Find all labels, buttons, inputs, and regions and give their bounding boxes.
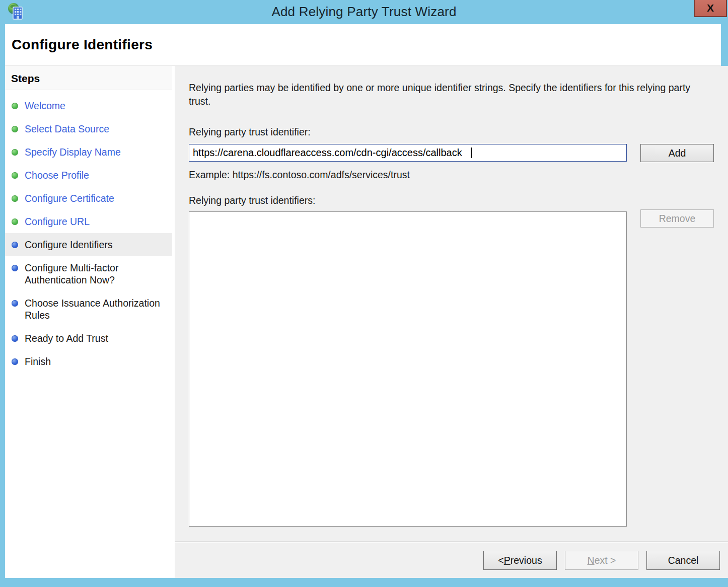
wizard-dialog: Configure Identifiers Steps Welcome Sele… (5, 24, 721, 578)
next-button-rest: ext > (595, 555, 616, 566)
step-item-choose-profile[interactable]: Choose Profile (5, 164, 172, 187)
step-label: Finish (25, 355, 51, 368)
step-label: Select Data Source (25, 123, 109, 135)
step-label: Choose Issuance Authorization Rules (25, 297, 168, 321)
close-button[interactable]: X (694, 0, 727, 17)
add-button[interactable]: Add (640, 144, 714, 162)
step-label: Ready to Add Trust (25, 332, 108, 344)
text-cursor (471, 148, 472, 158)
steps-sidebar: Steps Welcome Select Data Source Specify… (5, 66, 172, 578)
remove-button[interactable]: Remove (640, 209, 714, 228)
step-completed-dot-icon (12, 103, 18, 109)
identifiers-list-label: Relying party trust identifiers: (189, 195, 714, 206)
step-completed-dot-icon (12, 172, 18, 179)
previous-button-rest: revious (511, 555, 542, 566)
step-label: Configure Multi-factor Authentication No… (25, 262, 168, 286)
previous-button-accel: P (504, 555, 511, 566)
step-label: Specify Display Name (25, 146, 121, 158)
step-upcoming-dot-icon (12, 300, 18, 307)
wizard-footer: < Previous Next > Cancel (175, 542, 728, 578)
page-title: Configure Identifiers (12, 37, 153, 53)
step-label: Configure Identifiers (25, 239, 113, 251)
step-label: Welcome (25, 100, 65, 112)
next-button-accel: N (588, 555, 595, 566)
step-item-specify-display-name[interactable]: Specify Display Name (5, 140, 172, 164)
identifier-field-label: Relying party trust identifier: (189, 126, 714, 138)
step-item-ready-to-add-trust: Ready to Add Trust (5, 327, 172, 350)
cancel-button[interactable]: Cancel (646, 551, 720, 570)
intro-text: Relying parties may be identified by one… (189, 81, 703, 108)
step-label: Configure URL (25, 215, 90, 228)
previous-button[interactable]: < Previous (483, 551, 557, 570)
relying-party-identifier-input[interactable] (189, 144, 627, 162)
step-item-select-data-source[interactable]: Select Data Source (5, 117, 172, 140)
title-bar: Add Relying Party Trust Wizard X (0, 0, 728, 24)
previous-button-prefix: < (498, 555, 503, 566)
identifiers-listbox[interactable] (189, 211, 627, 527)
page-header: Configure Identifiers (5, 24, 721, 65)
steps-heading: Steps (5, 66, 172, 90)
step-upcoming-dot-icon (12, 335, 18, 342)
step-completed-dot-icon (12, 195, 18, 202)
window-title: Add Relying Party Trust Wizard (0, 0, 728, 24)
step-label: Choose Profile (25, 169, 89, 181)
step-item-configure-url[interactable]: Configure URL (5, 210, 172, 233)
step-item-configure-mfa: Configure Multi-factor Authentication No… (5, 256, 172, 291)
main-panel: Relying parties may be identified by one… (172, 66, 728, 578)
step-item-configure-certificate[interactable]: Configure Certificate (5, 187, 172, 210)
step-item-configure-identifiers: Configure Identifiers (5, 233, 172, 256)
step-completed-dot-icon (12, 218, 18, 225)
next-button[interactable]: Next > (565, 551, 638, 570)
step-completed-dot-icon (12, 149, 18, 156)
example-text: Example: https://fs.contoso.com/adfs/ser… (189, 169, 714, 181)
steps-list: Welcome Select Data Source Specify Displ… (5, 94, 172, 373)
step-item-choose-issuance-rules: Choose Issuance Authorization Rules (5, 291, 172, 327)
step-item-welcome[interactable]: Welcome (5, 94, 172, 117)
step-label: Configure Certificate (25, 192, 114, 204)
step-upcoming-dot-icon (12, 358, 18, 365)
step-upcoming-dot-icon (12, 265, 18, 271)
step-current-dot-icon (12, 242, 18, 248)
step-completed-dot-icon (12, 126, 18, 132)
step-item-finish: Finish (5, 350, 172, 373)
